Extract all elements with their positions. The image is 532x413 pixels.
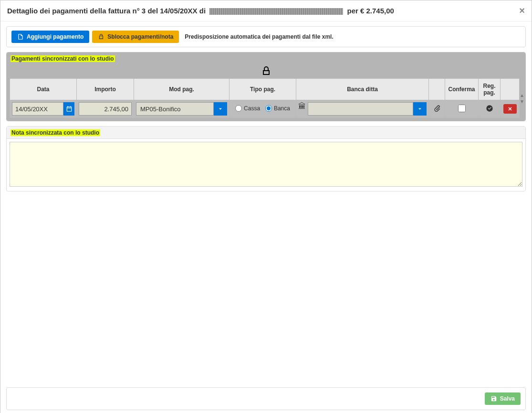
col-amount: Importo: [77, 79, 134, 100]
date-picker-button[interactable]: [63, 102, 74, 116]
paytype-banca-radio[interactable]: [265, 105, 272, 112]
unlock-payments-button[interactable]: Sblocca pagamenti/nota: [92, 31, 179, 43]
lock-icon: [261, 71, 272, 78]
add-payment-label: Aggiungi pagamento: [27, 33, 83, 40]
title-suffix: per € 2.745,00: [347, 7, 394, 15]
date-input[interactable]: [12, 102, 63, 116]
add-payment-button[interactable]: Aggiungi pagamento: [11, 31, 89, 43]
close-icon[interactable]: ×: [519, 5, 525, 16]
bank-icon: 🏛: [298, 102, 306, 116]
footer: Salva: [6, 387, 526, 410]
note-panel: Nota sincronizzata con lo studio: [6, 126, 526, 191]
customer-name-blurred: [209, 8, 343, 15]
unlock-payments-label: Sblocca pagamenti/nota: [107, 33, 173, 40]
col-paymode: Mod pag.: [134, 79, 229, 100]
confirm-checkbox[interactable]: [458, 105, 466, 112]
save-icon: [490, 395, 497, 402]
paytype-banca-label: Banca: [274, 105, 290, 112]
paytype-cassa-radio[interactable]: [235, 105, 242, 112]
arrow-up-icon[interactable]: ▲: [520, 93, 524, 98]
table-row: Cassa Banca 🏛: [10, 100, 520, 118]
toolbar-info-text: Predisposizione automatica dei pagamenti…: [185, 33, 333, 40]
modal-title: Dettaglio dei pagamenti della fattura n°…: [7, 7, 394, 15]
unlock-icon: [98, 33, 104, 40]
payments-table: Data Importo Mod pag. Tipo pag. Banca di…: [10, 78, 520, 118]
x-icon: [507, 106, 513, 112]
paymode-select[interactable]: [136, 102, 214, 116]
toolbar: Aggiungi pagamento Sblocca pagamenti/not…: [6, 26, 526, 47]
payments-panel-heading: Pagamenti sincronizzati con lo studio: [10, 55, 115, 62]
regpag-check-icon: [486, 106, 493, 114]
paytype-cassa-label: Cassa: [244, 105, 260, 112]
attachment-icon[interactable]: [433, 106, 441, 114]
bank-select[interactable]: [308, 102, 413, 116]
delete-row-button[interactable]: [503, 104, 517, 114]
note-textarea[interactable]: [10, 142, 522, 187]
file-icon: [17, 33, 24, 40]
save-button[interactable]: Salva: [485, 392, 521, 405]
chevron-down-icon: [417, 106, 423, 112]
payments-panel: Pagamenti sincronizzati con lo studio Da…: [6, 52, 526, 121]
arrow-down-icon[interactable]: ▼: [520, 99, 524, 104]
col-paytype: Tipo pag.: [229, 79, 296, 100]
col-date: Data: [10, 79, 77, 100]
title-prefix: Dettaglio dei pagamenti della fattura n°…: [7, 7, 206, 15]
col-confirm: Conferma: [445, 79, 479, 100]
col-regpag: Reg. pag.: [479, 79, 501, 100]
save-label: Salva: [500, 395, 515, 402]
col-bank: Banca ditta: [296, 79, 429, 100]
calendar-icon: [66, 106, 73, 112]
col-attach: [429, 79, 445, 100]
chevron-down-icon: [217, 106, 224, 112]
row-sort-arrows[interactable]: ▲ ▼: [520, 93, 524, 104]
amount-input[interactable]: [79, 102, 132, 116]
col-delete: [501, 79, 520, 100]
paymode-dropdown-button[interactable]: [214, 102, 227, 116]
note-panel-heading: Nota sincronizzata con lo studio: [10, 129, 100, 136]
bank-dropdown-button[interactable]: [413, 102, 427, 116]
